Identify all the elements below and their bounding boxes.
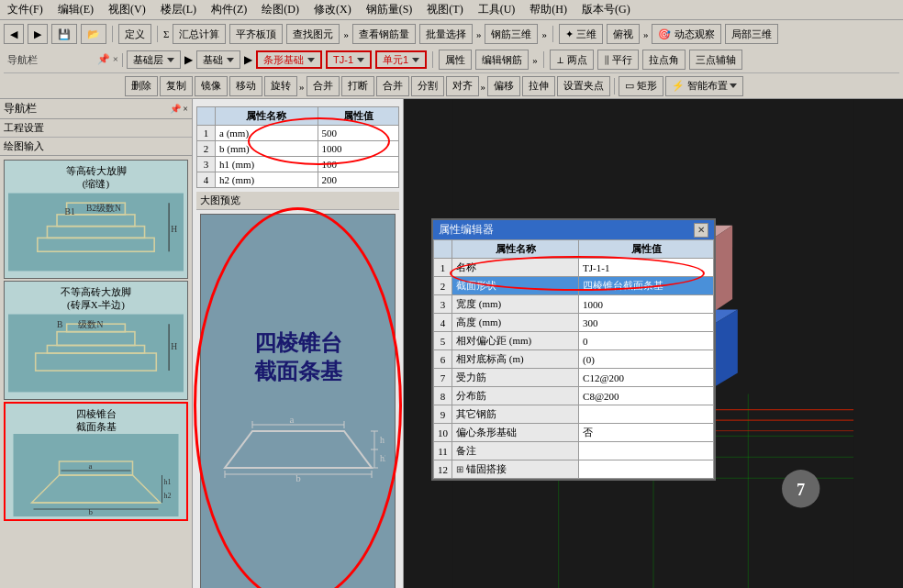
sep4 [432, 51, 433, 68]
menu-item-draw[interactable]: 绘图(D) [258, 0, 303, 19]
toolbar-btn-rect[interactable]: ▭ 矩形 [619, 76, 663, 96]
prop-row-3: 3 h1 (mm) 100 [197, 157, 399, 172]
center-panel: 属性名称 属性值 1 a (mm) 500 2 b (mm) 1000 [193, 99, 404, 588]
toolbar-btn-stretch[interactable]: 拉伸 [522, 76, 555, 96]
card-pyramid[interactable]: 四棱锥台截面条基 a b [4, 402, 188, 521]
toolbar-btn-break[interactable]: 打断 [341, 76, 374, 96]
toolbar-btn-copy[interactable]: 复制 [160, 76, 193, 96]
menu-item-edit[interactable]: 编辑(E) [54, 0, 97, 19]
toolbar-btn-local3d[interactable]: 局部三维 [725, 24, 778, 44]
toolbar-btn-props[interactable]: 属性 [439, 50, 472, 70]
er2-val[interactable]: 四棱锥台截面条基 [579, 277, 714, 295]
er1-idx: 1 [434, 259, 452, 277]
er3-val[interactable]: 1000 [579, 295, 714, 314]
toolbar-btn-view-rebar[interactable]: 查看钢筋量 [352, 24, 416, 44]
toolbar-btn-open[interactable]: 📂 [81, 24, 106, 44]
er10-idx: 10 [434, 424, 452, 442]
svg-text:B2级数N: B2级数N [86, 202, 121, 212]
row2-value[interactable]: 1000 [318, 141, 398, 157]
er12-name-text: 锚固搭接 [466, 463, 507, 474]
er4-name: 高度 (mm) [452, 314, 579, 332]
er12-val[interactable] [579, 460, 714, 479]
menu-item-modify[interactable]: 修改(X) [310, 0, 355, 19]
breadcrumb-tj1[interactable]: TJ-1 [326, 50, 372, 69]
breadcrumb-base[interactable]: 基础 [196, 50, 240, 69]
toolbar-btn-find[interactable]: 查找图元 [286, 24, 340, 44]
svg-text:b: b [89, 507, 94, 516]
toolbar-btn-forward[interactable]: ▶ [28, 24, 48, 44]
menu-item-help[interactable]: 帮助(H) [526, 0, 571, 19]
er12-name: ⊞ 锚固搭接 [452, 460, 579, 479]
sidebar-controls[interactable]: 📌 × [170, 104, 188, 114]
toolbar-btn-merge[interactable]: 合并 [307, 76, 340, 96]
breadcrumb-unit1[interactable]: 单元1 [375, 50, 427, 69]
toolbar-btn-parallel[interactable]: ∥ 平行 [597, 50, 639, 70]
breadcrumb-strip[interactable]: 条形基础 [256, 50, 322, 69]
er8-idx: 8 [434, 387, 452, 405]
sep3 [552, 26, 553, 42]
toolbar-btn-rotate[interactable]: 旋转 [264, 76, 297, 96]
toolbar-btn-two-pts[interactable]: ⊥ 两点 [550, 50, 594, 70]
menu-item-view2[interactable]: 视图(T) [423, 0, 466, 19]
nav-pin[interactable]: 📌 × [97, 53, 118, 65]
er9-val[interactable] [579, 405, 714, 424]
toolbar-btn-align[interactable]: 平齐板顶 [229, 24, 283, 44]
toolbar-btn-rebar3d[interactable]: 钢筋三维 [485, 24, 538, 44]
row3-value[interactable]: 100 [318, 157, 398, 172]
preview-wrapper: 大图预览 四棱锥台截面条基 a [193, 192, 403, 588]
svg-text:h2: h2 [380, 453, 385, 463]
card-equal-brick[interactable]: 等高砖大放脚(缩缝) B1 B2级数N H [4, 160, 188, 279]
toolbar-btn-3d[interactable]: ✦ 三维 [559, 24, 603, 44]
card-unequal-brick[interactable]: 不等高砖大放脚(砖厚X-半边) B 级数N H [4, 281, 188, 400]
er1-val[interactable]: TJ-1-1 [579, 259, 714, 277]
toolbar-btn-delete[interactable]: 删除 [125, 76, 158, 96]
toolbar-btn-merge2[interactable]: 合并 [376, 76, 409, 96]
menu-item-view[interactable]: 视图(V) [105, 0, 150, 19]
preview-title: 四棱锥台截面条基 [254, 329, 342, 386]
er3-idx: 3 [434, 295, 452, 314]
er4-idx: 4 [434, 314, 452, 332]
editor-col-name: 属性名称 [452, 240, 579, 259]
toolbar-btn-define[interactable]: 定义 [118, 24, 151, 44]
toolbar-btn-grip[interactable]: 设置夹点 [557, 76, 610, 96]
toolbar-btn-dynamic[interactable]: 🎯 动态观察 [652, 24, 720, 44]
expand-plus-icon[interactable]: ⊞ [456, 464, 463, 474]
toolbar-btn-3pt-axis[interactable]: 三点辅轴 [689, 50, 742, 70]
menu-item-version[interactable]: 版本号(G) [578, 0, 634, 19]
toolbar-btn-back[interactable]: ◀ [4, 24, 24, 44]
er8-val[interactable]: C8@200 [579, 387, 714, 405]
toolbar-btn-offset[interactable]: 偏移 [487, 76, 520, 96]
row1-value[interactable]: 500 [318, 126, 398, 141]
er7-val[interactable]: C12@200 [579, 369, 714, 387]
menu-item-rebar[interactable]: 钢筋量(S) [362, 0, 417, 19]
svg-text:h1: h1 [380, 435, 385, 445]
menu-item-component[interactable]: 构件(Z) [207, 0, 251, 19]
menu-item-floor[interactable]: 楼层(L) [157, 0, 200, 19]
toolbar-btn-angle[interactable]: 拉点角 [642, 50, 686, 70]
er5-val[interactable]: 0 [579, 332, 714, 350]
breadcrumb-layer[interactable]: 基础层 [127, 50, 181, 69]
er5-idx: 5 [434, 332, 452, 350]
er4-val[interactable]: 300 [579, 314, 714, 332]
arrow-label7: » [481, 81, 486, 92]
toolbar-btn-calc[interactable]: 汇总计算 [173, 24, 226, 44]
card2-diagram: B 级数N H [8, 312, 184, 394]
toolbar-btn-save[interactable]: 💾 [51, 24, 77, 44]
toolbar-btn-edit-rebar[interactable]: 编辑钢筋 [475, 50, 529, 70]
toolbar-btn-batch[interactable]: 批量选择 [419, 24, 473, 44]
row4-value[interactable]: 200 [318, 172, 398, 188]
menu-item-tools[interactable]: 工具(U) [474, 0, 519, 19]
er11-val[interactable] [579, 442, 714, 460]
toolbar-btn-smart[interactable]: ⚡ 智能布置 [665, 76, 743, 96]
er6-val[interactable]: (0) [579, 350, 714, 369]
toolbar-btn-align-btn[interactable]: 对齐 [446, 76, 479, 96]
toolbar-row1: ◀ ▶ 💾 📂 定义 Σ 汇总计算 平齐板顶 查找图元 » 查看钢筋量 批量选择… [4, 22, 899, 46]
er10-val[interactable]: 否 [579, 424, 714, 442]
toolbar-btn-mirror[interactable]: 镜像 [195, 76, 228, 96]
toolbar-btn-move[interactable]: 移动 [229, 76, 262, 96]
toolbar-btn-top[interactable]: 俯视 [607, 24, 640, 44]
menu-item-file[interactable]: 文件(F) [4, 0, 47, 19]
editor-close-btn[interactable]: ✕ [694, 223, 708, 238]
svg-text:7: 7 [797, 481, 805, 499]
toolbar-btn-split[interactable]: 分割 [411, 76, 444, 96]
